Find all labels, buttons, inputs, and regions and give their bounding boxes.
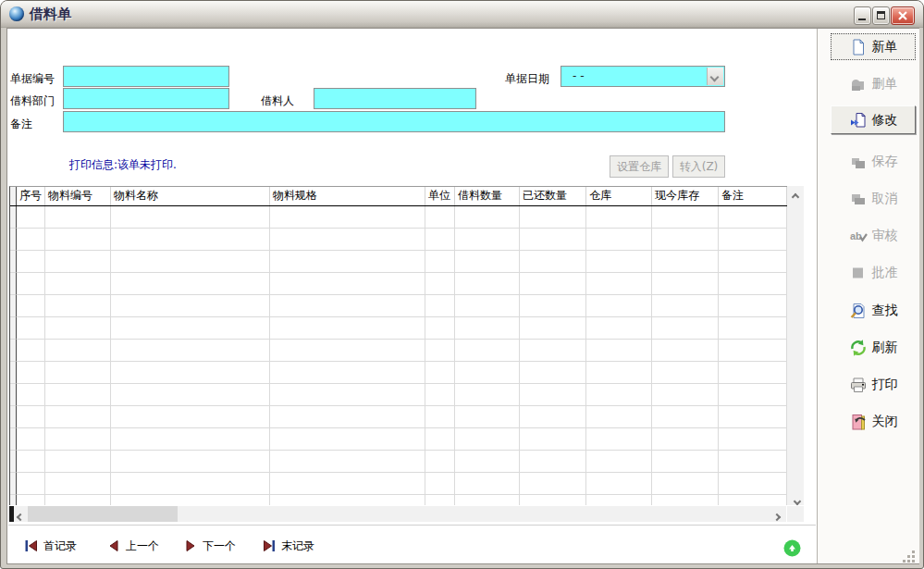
titlebar[interactable]: 借料单 xyxy=(1,1,924,28)
table-cell xyxy=(586,317,652,340)
table-row[interactable] xyxy=(10,428,787,451)
last-record-label: 末记录 xyxy=(281,538,314,554)
resize-grip[interactable] xyxy=(900,549,917,562)
close-action-button[interactable]: 关闭 xyxy=(831,409,916,435)
column-header[interactable]: 备注 xyxy=(719,187,787,205)
table-cell xyxy=(45,340,111,362)
table-cell xyxy=(10,428,17,451)
column-header[interactable]: 借料数量 xyxy=(455,187,520,205)
table-cell xyxy=(270,473,425,495)
status-green-icon[interactable] xyxy=(783,539,801,557)
audit-icon: ab xyxy=(849,227,868,245)
table-cell xyxy=(520,495,586,505)
column-header[interactable]: 仓库 xyxy=(586,187,652,205)
table-cell xyxy=(425,473,455,495)
prev-record-button[interactable]: 上一个 xyxy=(107,537,159,555)
dept-input[interactable] xyxy=(63,88,229,109)
table-cell xyxy=(455,495,520,505)
table-row[interactable] xyxy=(10,473,787,495)
remark-input[interactable] xyxy=(63,111,725,132)
column-header[interactable]: 序号 xyxy=(17,187,45,205)
doc-date-combobox[interactable]: - - xyxy=(561,66,725,87)
table-cell xyxy=(10,473,17,495)
h-scrollbar-thumb[interactable] xyxy=(28,506,178,522)
table-row[interactable] xyxy=(10,206,787,229)
scroll-up-button[interactable] xyxy=(787,186,804,201)
table-cell xyxy=(270,340,425,362)
table-cell xyxy=(425,340,455,362)
modify-action-button[interactable]: 修改 xyxy=(831,105,916,134)
table-row[interactable] xyxy=(10,406,787,428)
table-cell xyxy=(111,251,270,273)
column-header[interactable]: 物料编号 xyxy=(45,187,111,205)
table-cell xyxy=(455,251,520,273)
table-cell xyxy=(10,229,17,251)
next-record-button[interactable]: 下一个 xyxy=(184,537,236,555)
print-icon xyxy=(849,376,868,394)
print-action-button[interactable]: 打印 xyxy=(831,372,916,398)
table-cell xyxy=(10,251,17,273)
table-row[interactable] xyxy=(10,273,787,295)
table-cell xyxy=(586,229,652,251)
sidebar-button-label: 批准 xyxy=(872,265,898,281)
table-cell xyxy=(45,317,111,340)
table-cell xyxy=(586,473,652,495)
horizontal-scrollbar[interactable] xyxy=(9,506,786,522)
table-row[interactable] xyxy=(10,340,787,362)
table-cell xyxy=(111,384,270,406)
maximize-button[interactable] xyxy=(872,6,890,25)
column-header[interactable]: 物料规格 xyxy=(270,187,425,205)
scroll-right-button[interactable] xyxy=(771,506,786,522)
table-row[interactable] xyxy=(10,384,787,406)
table-cell xyxy=(425,451,455,473)
new-action-button[interactable]: 新单 xyxy=(831,33,916,60)
doc-no-input[interactable] xyxy=(63,66,229,87)
table-row[interactable] xyxy=(10,317,787,340)
doc-date-dropdown-button[interactable] xyxy=(707,68,723,85)
table-cell xyxy=(10,384,17,406)
minimize-button[interactable] xyxy=(854,6,871,25)
last-record-button[interactable]: 末记录 xyxy=(263,537,314,555)
table-cell xyxy=(425,428,455,451)
refresh-action-button[interactable]: 刷新 xyxy=(831,335,916,361)
first-record-button[interactable]: 首记录 xyxy=(25,537,77,555)
scroll-left-button[interactable] xyxy=(14,506,28,522)
table-cell xyxy=(520,317,586,340)
new-doc-icon xyxy=(849,38,868,56)
column-header[interactable]: 已还数量 xyxy=(520,187,586,205)
column-header[interactable]: 物料名称 xyxy=(111,187,270,205)
table-cell xyxy=(719,451,787,473)
table-cell xyxy=(111,229,270,251)
table-row[interactable] xyxy=(10,295,787,317)
table-cell xyxy=(652,428,719,451)
table-cell xyxy=(111,340,270,362)
table-cell xyxy=(270,362,425,384)
table-cell xyxy=(425,229,455,251)
table-cell xyxy=(270,406,425,428)
scroll-down-button[interactable] xyxy=(787,490,804,505)
table-cell xyxy=(425,362,455,384)
close-door-icon xyxy=(849,413,868,431)
borrower-input[interactable] xyxy=(314,88,476,109)
close-button[interactable] xyxy=(891,6,915,25)
table-cell xyxy=(425,206,455,229)
window-title: 借料单 xyxy=(30,1,71,27)
table-cell xyxy=(17,317,45,340)
set-warehouse-button: 设置仓库 xyxy=(610,155,669,178)
table-row[interactable] xyxy=(10,229,787,251)
column-header[interactable]: 现今库存 xyxy=(652,187,719,205)
column-header[interactable]: 单位 xyxy=(425,187,455,205)
table-row[interactable] xyxy=(10,495,787,505)
find-action-button[interactable]: 查找 xyxy=(831,298,916,324)
selector-column-header[interactable] xyxy=(10,187,17,205)
table-row[interactable] xyxy=(10,362,787,384)
table-row[interactable] xyxy=(10,451,787,473)
cancel-action-button: 取消 xyxy=(831,186,916,212)
table-cell xyxy=(652,451,719,473)
print-info-text: 打印信息:该单未打印. xyxy=(69,157,177,173)
table-cell xyxy=(455,273,520,295)
table-cell xyxy=(111,206,270,229)
table-row[interactable] xyxy=(10,251,787,273)
vertical-scrollbar[interactable] xyxy=(787,186,804,505)
table-cell xyxy=(270,273,425,295)
